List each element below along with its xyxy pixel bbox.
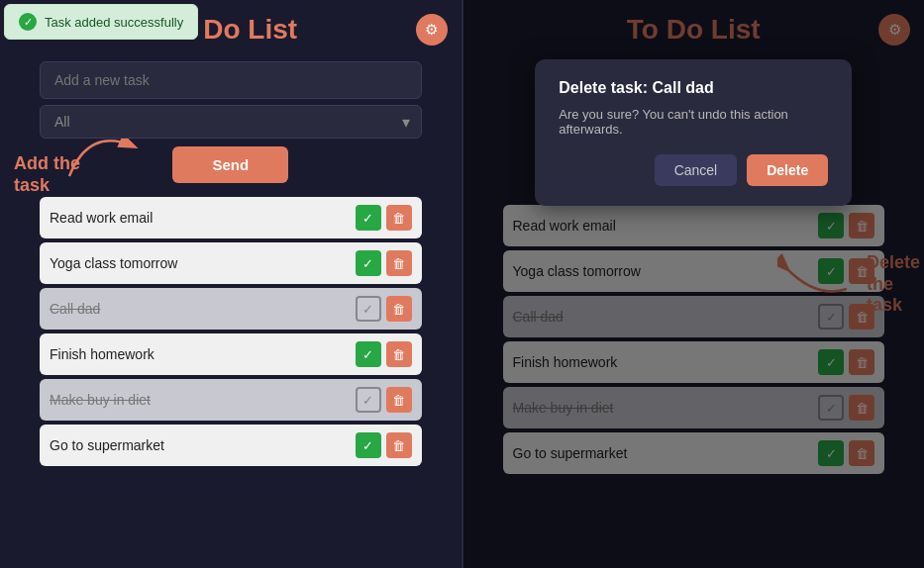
check-button[interactable]: ✓ — [356, 296, 381, 322]
task-label: Read work email — [50, 210, 356, 226]
delete-button[interactable]: 🗑 — [386, 296, 412, 322]
modal-text: Are you sure? You can't undo this action… — [559, 107, 828, 137]
task-label: Go to supermarket — [50, 437, 356, 453]
task-label: Call dad — [50, 301, 356, 317]
task-actions: ✓ 🗑 — [356, 250, 412, 276]
cancel-button[interactable]: Cancel — [655, 154, 738, 186]
task-actions: ✓ 🗑 — [356, 387, 412, 413]
task-actions: ✓ 🗑 — [356, 296, 412, 322]
check-button[interactable]: ✓ — [356, 341, 381, 367]
toast-success-icon: ✓ — [19, 13, 37, 31]
toast-notification: ✓ Task added successfully — [4, 4, 198, 40]
table-row: Finish homework ✓ 🗑 — [40, 333, 422, 375]
delete-modal: Delete task: Call dad Are you sure? You … — [535, 59, 852, 206]
task-actions: ✓ 🗑 — [356, 341, 412, 367]
task-input[interactable] — [40, 61, 422, 99]
table-row: Read work email ✓ 🗑 — [40, 197, 422, 238]
table-row: Yoga class tomorrow ✓ 🗑 — [40, 242, 422, 284]
modal-title: Delete task: Call dad — [559, 79, 828, 97]
gear-button[interactable]: ⚙ — [416, 14, 448, 46]
modal-actions: Cancel Delete — [559, 154, 828, 186]
check-button[interactable]: ✓ — [356, 205, 381, 231]
table-row: Call dad ✓ 🗑 — [40, 288, 422, 330]
task-actions: ✓ 🗑 — [356, 432, 412, 458]
table-row: Make buy in diet ✓ 🗑 — [40, 379, 422, 421]
confirm-delete-button[interactable]: Delete — [747, 154, 828, 186]
filter-wrapper: All — [40, 105, 422, 139]
input-area: All — [40, 61, 422, 139]
delete-button[interactable]: 🗑 — [386, 432, 412, 458]
delete-button[interactable]: 🗑 — [386, 341, 412, 367]
check-button[interactable]: ✓ — [356, 432, 381, 458]
delete-button[interactable]: 🗑 — [386, 387, 412, 413]
right-panel: ⚙ To Do List Send Read work email ✓ 🗑 Yo… — [463, 0, 925, 568]
task-label: Yoga class tomorrow — [50, 255, 356, 271]
toast-text: Task added successfully — [45, 15, 183, 30]
send-button[interactable]: Send — [172, 146, 288, 183]
left-panel: ✓ Task added successfully ⚙ To Do List A… — [0, 0, 462, 568]
delete-button[interactable]: 🗑 — [386, 205, 412, 231]
table-row: Go to supermarket ✓ 🗑 — [40, 425, 422, 466]
check-button[interactable]: ✓ — [356, 250, 381, 276]
delete-button[interactable]: 🗑 — [386, 250, 412, 276]
task-actions: ✓ 🗑 — [356, 205, 412, 231]
task-label: Finish homework — [50, 346, 356, 362]
task-list: Read work email ✓ 🗑 Yoga class tomorrow … — [40, 197, 422, 466]
check-button[interactable]: ✓ — [356, 387, 381, 413]
task-label: Make buy in diet — [50, 392, 356, 408]
modal-overlay: Delete task: Call dad Are you sure? You … — [463, 0, 925, 568]
filter-select[interactable]: All — [40, 105, 422, 139]
